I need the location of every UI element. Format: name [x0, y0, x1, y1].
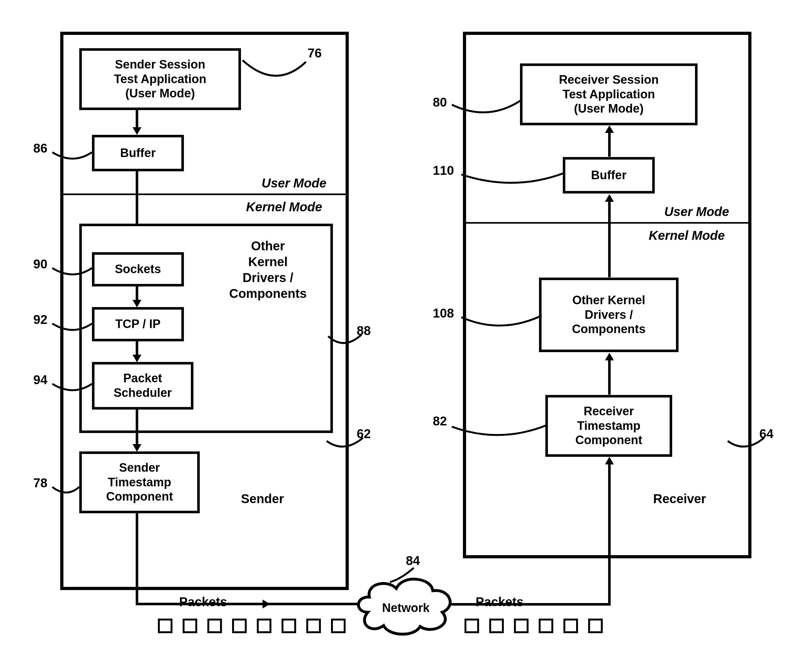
arrow	[136, 110, 138, 129]
receiver-user-mode-label: User Mode	[664, 205, 729, 219]
leader-80	[450, 95, 523, 124]
packet-icon	[464, 619, 479, 633]
receiver-kernel-mode-label: Kernel Mode	[649, 228, 725, 243]
tcpip-box: TCP / IP	[92, 307, 184, 341]
packet-icon	[514, 619, 528, 633]
sender-user-mode-label: User Mode	[262, 176, 327, 190]
arrow	[136, 286, 138, 302]
arrow-head	[605, 353, 614, 360]
receiver-timestamp-box: Receiver Timestamp Component	[545, 395, 672, 457]
leader-94	[51, 378, 95, 400]
packet-scheduler-box: Packet Scheduler	[92, 362, 194, 410]
packet-icon	[208, 619, 222, 633]
packet-icon	[158, 619, 172, 633]
sender-other-kernel-label: Other Kernel Drivers / Components	[215, 238, 320, 301]
packet-icon	[257, 619, 272, 633]
network-label: Network	[377, 601, 434, 615]
leader-110	[460, 165, 568, 194]
sender-buffer-box: Buffer	[92, 135, 184, 171]
leader-90	[51, 262, 95, 284]
arrow-head	[133, 127, 141, 135]
packets-left-label: Packets	[179, 595, 227, 609]
leader-86	[51, 146, 95, 168]
arrow	[608, 133, 611, 157]
ref-82: 82	[433, 414, 447, 428]
leader-108	[460, 308, 544, 336]
leader-92	[51, 317, 95, 340]
packet-icon	[282, 619, 296, 633]
ref-76: 76	[308, 46, 322, 60]
receiver-other-kernel-box: Other Kernel Drivers / Components	[539, 278, 679, 352]
receiver-app-box: Receiver Session Test Application (User …	[520, 63, 698, 125]
leader-88	[327, 328, 365, 354]
arrow-head	[605, 194, 614, 202]
packet-icon	[588, 619, 603, 633]
leader-84	[388, 565, 420, 587]
ref-78: 78	[33, 476, 47, 490]
packets-arrow-head	[263, 600, 270, 609]
packets-arrow-line	[244, 603, 263, 605]
leader-62	[325, 431, 366, 457]
ref-80: 80	[433, 95, 447, 109]
receiver-buffer-box: Buffer	[563, 157, 655, 194]
arrow	[608, 360, 611, 395]
arrow	[136, 513, 138, 605]
leader-64	[726, 431, 767, 457]
sender-app-box: Sender Session Test Application (User Mo…	[79, 48, 241, 110]
leader-78	[51, 480, 82, 503]
packet-icon	[539, 619, 553, 633]
ref-108: 108	[433, 306, 454, 320]
receiver-mode-divider	[466, 222, 748, 224]
ref-110: 110	[433, 164, 454, 177]
sockets-box: Sockets	[92, 252, 184, 286]
packet-icon	[232, 619, 247, 633]
packet-icon	[331, 619, 346, 633]
leader-82	[450, 417, 548, 446]
arrow-head	[605, 125, 614, 133]
arrow	[136, 410, 138, 446]
arrow-head	[133, 300, 141, 307]
ref-92: 92	[33, 312, 47, 327]
sender-mode-divider	[63, 194, 346, 195]
packet-icon	[183, 619, 197, 633]
sender-kernel-mode-label: Kernel Mode	[246, 200, 322, 214]
arrow-head	[605, 457, 614, 465]
ref-86: 86	[33, 141, 47, 156]
leader-76	[241, 59, 311, 97]
arrow	[136, 341, 138, 356]
ref-90: 90	[33, 257, 47, 271]
packet-icon	[563, 619, 578, 633]
ref-94: 94	[33, 373, 47, 387]
arrow-head	[133, 355, 141, 362]
sender-timestamp-box: Sender Timestamp Component	[79, 451, 200, 513]
arrow	[449, 603, 609, 606]
receiver-title-label: Receiver	[653, 492, 706, 506]
arrow	[608, 201, 611, 277]
packets-right-label: Packets	[476, 595, 524, 609]
sender-title-label: Sender	[241, 492, 284, 506]
packet-icon	[489, 619, 504, 633]
packet-icon	[306, 619, 321, 633]
arrow-head	[133, 444, 141, 452]
arrow	[608, 463, 611, 606]
